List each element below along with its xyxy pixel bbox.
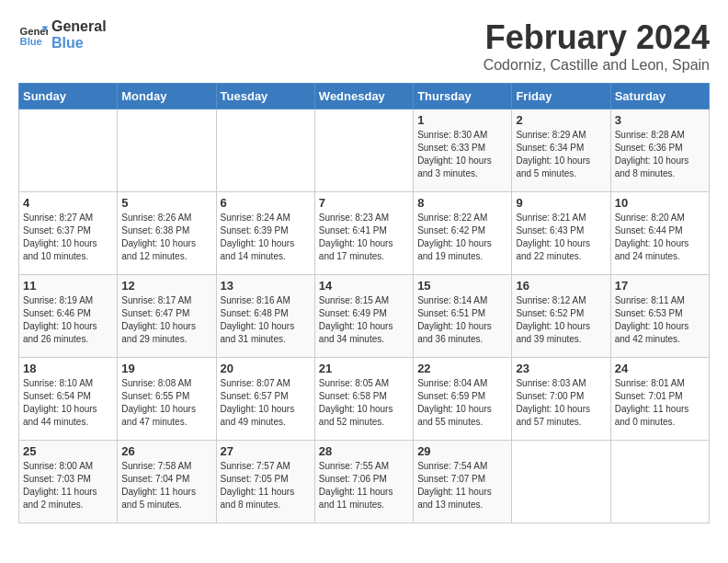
day-cell: 13Sunrise: 8:16 AM Sunset: 6:48 PM Dayli… xyxy=(216,275,314,358)
day-number: 14 xyxy=(319,279,409,293)
day-number: 18 xyxy=(23,362,113,375)
day-cell: 23Sunrise: 8:03 AM Sunset: 7:00 PM Dayli… xyxy=(512,358,610,441)
day-cell: 5Sunrise: 8:26 AM Sunset: 6:38 PM Daylig… xyxy=(118,192,216,275)
calendar-title: February 2024 xyxy=(483,18,710,57)
day-info: Sunrise: 8:12 AM Sunset: 6:52 PM Dayligh… xyxy=(516,294,606,346)
day-info: Sunrise: 8:28 AM Sunset: 6:36 PM Dayligh… xyxy=(615,129,705,180)
day-cell: 24Sunrise: 8:01 AM Sunset: 7:01 PM Dayli… xyxy=(610,358,709,441)
day-cell: 20Sunrise: 8:07 AM Sunset: 6:57 PM Dayli… xyxy=(216,358,314,441)
header-cell-wednesday: Wednesday xyxy=(314,84,413,109)
day-number: 16 xyxy=(516,279,606,293)
day-number: 8 xyxy=(417,196,507,210)
calendar-table: SundayMondayTuesdayWednesdayThursdayFrid… xyxy=(18,83,710,523)
day-info: Sunrise: 8:26 AM Sunset: 6:38 PM Dayligh… xyxy=(121,212,211,263)
day-cell: 22Sunrise: 8:04 AM Sunset: 6:59 PM Dayli… xyxy=(414,358,512,441)
day-info: Sunrise: 8:01 AM Sunset: 7:01 PM Dayligh… xyxy=(615,377,705,429)
day-number: 1 xyxy=(417,113,507,127)
day-info: Sunrise: 8:03 AM Sunset: 7:00 PM Dayligh… xyxy=(516,377,606,429)
day-number: 11 xyxy=(23,279,113,293)
day-cell: 15Sunrise: 8:14 AM Sunset: 6:51 PM Dayli… xyxy=(414,275,512,358)
day-number: 7 xyxy=(319,196,409,210)
day-info: Sunrise: 8:30 AM Sunset: 6:33 PM Dayligh… xyxy=(417,129,507,180)
day-info: Sunrise: 8:17 AM Sunset: 6:47 PM Dayligh… xyxy=(121,294,211,346)
day-info: Sunrise: 7:54 AM Sunset: 7:07 PM Dayligh… xyxy=(417,460,507,511)
day-info: Sunrise: 8:04 AM Sunset: 6:59 PM Dayligh… xyxy=(417,377,507,429)
day-number: 27 xyxy=(221,444,311,458)
day-number: 22 xyxy=(417,362,507,375)
day-number: 5 xyxy=(121,196,211,210)
day-number: 24 xyxy=(615,362,705,375)
header-cell-tuesday: Tuesday xyxy=(216,84,314,109)
day-info: Sunrise: 8:24 AM Sunset: 6:39 PM Dayligh… xyxy=(221,212,311,263)
day-cell: 17Sunrise: 8:11 AM Sunset: 6:53 PM Dayli… xyxy=(610,275,709,358)
header-cell-sunday: Sunday xyxy=(19,84,118,109)
day-number: 4 xyxy=(23,196,113,210)
day-cell xyxy=(314,109,413,192)
day-info: Sunrise: 7:58 AM Sunset: 7:04 PM Dayligh… xyxy=(121,460,211,511)
day-cell: 21Sunrise: 8:05 AM Sunset: 6:58 PM Dayli… xyxy=(314,358,413,441)
day-info: Sunrise: 8:20 AM Sunset: 6:44 PM Dayligh… xyxy=(615,212,705,263)
day-info: Sunrise: 8:08 AM Sunset: 6:55 PM Dayligh… xyxy=(121,377,211,429)
calendar-body: 1Sunrise: 8:30 AM Sunset: 6:33 PM Daylig… xyxy=(19,109,710,523)
day-number: 17 xyxy=(615,279,705,293)
day-number: 13 xyxy=(221,279,311,293)
day-cell: 28Sunrise: 7:55 AM Sunset: 7:06 PM Dayli… xyxy=(314,441,413,523)
header-cell-friday: Friday xyxy=(512,84,610,109)
day-cell: 1Sunrise: 8:30 AM Sunset: 6:33 PM Daylig… xyxy=(414,109,512,192)
header-row: SundayMondayTuesdayWednesdayThursdayFrid… xyxy=(19,84,710,109)
day-cell xyxy=(216,109,314,192)
day-cell: 16Sunrise: 8:12 AM Sunset: 6:52 PM Dayli… xyxy=(512,275,610,358)
day-cell: 12Sunrise: 8:17 AM Sunset: 6:47 PM Dayli… xyxy=(118,275,216,358)
day-cell: 18Sunrise: 8:10 AM Sunset: 6:54 PM Dayli… xyxy=(19,358,118,441)
svg-text:Blue: Blue xyxy=(20,36,42,47)
week-row-5: 25Sunrise: 8:00 AM Sunset: 7:03 PM Dayli… xyxy=(19,441,710,523)
calendar-header: SundayMondayTuesdayWednesdayThursdayFrid… xyxy=(19,84,710,109)
week-row-3: 11Sunrise: 8:19 AM Sunset: 6:46 PM Dayli… xyxy=(19,275,710,358)
day-info: Sunrise: 8:10 AM Sunset: 6:54 PM Dayligh… xyxy=(23,377,113,429)
day-number: 10 xyxy=(615,196,705,210)
day-info: Sunrise: 8:07 AM Sunset: 6:57 PM Dayligh… xyxy=(221,377,311,429)
day-info: Sunrise: 8:05 AM Sunset: 6:58 PM Dayligh… xyxy=(319,377,409,429)
day-cell xyxy=(19,109,118,192)
day-info: Sunrise: 8:15 AM Sunset: 6:49 PM Dayligh… xyxy=(319,294,409,346)
day-cell: 7Sunrise: 8:23 AM Sunset: 6:41 PM Daylig… xyxy=(314,192,413,275)
header-cell-thursday: Thursday xyxy=(414,84,512,109)
title-section: February 2024 Codorniz, Castille and Leo… xyxy=(483,18,710,74)
day-number: 15 xyxy=(417,279,507,293)
day-cell: 19Sunrise: 8:08 AM Sunset: 6:55 PM Dayli… xyxy=(118,358,216,441)
day-info: Sunrise: 8:11 AM Sunset: 6:53 PM Dayligh… xyxy=(615,294,705,346)
day-cell xyxy=(118,109,216,192)
day-number: 6 xyxy=(221,196,311,210)
day-number: 29 xyxy=(417,444,507,458)
day-number: 21 xyxy=(319,362,409,375)
day-cell: 25Sunrise: 8:00 AM Sunset: 7:03 PM Dayli… xyxy=(19,441,118,523)
day-info: Sunrise: 7:57 AM Sunset: 7:05 PM Dayligh… xyxy=(221,460,311,511)
day-info: Sunrise: 8:23 AM Sunset: 6:41 PM Dayligh… xyxy=(319,212,409,263)
day-cell: 14Sunrise: 8:15 AM Sunset: 6:49 PM Dayli… xyxy=(314,275,413,358)
day-cell: 9Sunrise: 8:21 AM Sunset: 6:43 PM Daylig… xyxy=(512,192,610,275)
day-info: Sunrise: 8:19 AM Sunset: 6:46 PM Dayligh… xyxy=(23,294,113,346)
day-info: Sunrise: 8:22 AM Sunset: 6:42 PM Dayligh… xyxy=(417,212,507,263)
day-cell: 2Sunrise: 8:29 AM Sunset: 6:34 PM Daylig… xyxy=(512,109,610,192)
day-cell: 26Sunrise: 7:58 AM Sunset: 7:04 PM Dayli… xyxy=(118,441,216,523)
day-info: Sunrise: 8:29 AM Sunset: 6:34 PM Dayligh… xyxy=(516,129,606,180)
day-number: 3 xyxy=(615,113,705,127)
week-row-4: 18Sunrise: 8:10 AM Sunset: 6:54 PM Dayli… xyxy=(19,358,710,441)
day-cell: 8Sunrise: 8:22 AM Sunset: 6:42 PM Daylig… xyxy=(414,192,512,275)
day-info: Sunrise: 8:27 AM Sunset: 6:37 PM Dayligh… xyxy=(23,212,113,263)
day-cell: 10Sunrise: 8:20 AM Sunset: 6:44 PM Dayli… xyxy=(610,192,709,275)
day-info: Sunrise: 7:55 AM Sunset: 7:06 PM Dayligh… xyxy=(319,460,409,511)
logo: General Blue General Blue xyxy=(18,18,107,52)
day-number: 28 xyxy=(319,444,409,458)
day-number: 12 xyxy=(121,279,211,293)
day-cell xyxy=(512,441,610,523)
week-row-1: 1Sunrise: 8:30 AM Sunset: 6:33 PM Daylig… xyxy=(19,109,710,192)
day-cell: 11Sunrise: 8:19 AM Sunset: 6:46 PM Dayli… xyxy=(19,275,118,358)
day-number: 9 xyxy=(516,196,606,210)
day-info: Sunrise: 8:16 AM Sunset: 6:48 PM Dayligh… xyxy=(221,294,311,346)
header-cell-saturday: Saturday xyxy=(610,84,709,109)
day-cell xyxy=(610,441,709,523)
day-number: 20 xyxy=(221,362,311,375)
logo-icon: General Blue xyxy=(18,20,48,50)
day-cell: 6Sunrise: 8:24 AM Sunset: 6:39 PM Daylig… xyxy=(216,192,314,275)
